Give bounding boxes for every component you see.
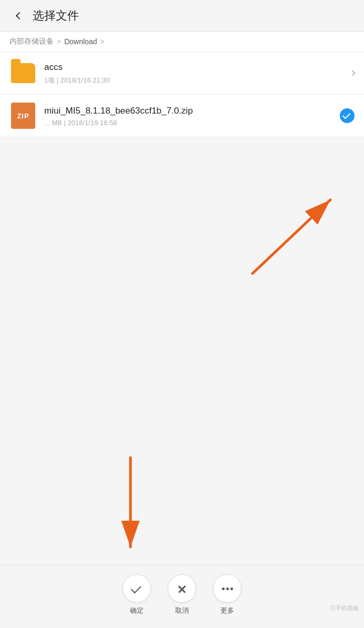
confirm-button[interactable]: 确定 (123, 574, 151, 615)
bottom-toolbar: 确定 取消 更多 (0, 565, 364, 628)
chevron-right-icon (349, 70, 355, 76)
file-meta: ... MB | 2018/1/19 16:58 (44, 119, 335, 127)
breadcrumb-root[interactable]: 内部存储设备 (9, 37, 54, 46)
list-item[interactable]: accs 1项 | 2018/1/16 21:30 (0, 52, 364, 95)
header: 选择文件 (0, 0, 364, 32)
breadcrumb: 内部存储设备 > Download > (0, 32, 364, 52)
confirm-circle (123, 574, 151, 603)
zip-icon: ZIP (9, 102, 37, 129)
breadcrumb-sep1: > (57, 37, 61, 46)
cancel-icon (177, 584, 187, 593)
cancel-circle (168, 574, 196, 603)
file-list: accs 1项 | 2018/1/16 21:30 ZIP miui_MI5_8… (0, 52, 364, 137)
breadcrumb-current[interactable]: Download (64, 37, 97, 46)
bottom-actions: 确定 取消 更多 (123, 574, 241, 615)
breadcrumb-trailing-arrow: > (100, 37, 104, 46)
svg-line-2 (252, 200, 330, 274)
cancel-label: 取消 (175, 606, 189, 615)
selected-badge (340, 108, 355, 123)
confirm-icon (130, 582, 141, 593)
file-info: miui_MI5_8.1.18_bee63ccf1b_7.0.zip ... M… (44, 105, 335, 127)
more-button[interactable]: 更多 (213, 574, 241, 615)
folder-icon (9, 59, 37, 87)
list-item[interactable]: ZIP miui_MI5_8.1.18_bee63ccf1b_7.0.zip .… (0, 95, 364, 137)
file-name: miui_MI5_8.1.18_bee63ccf1b_7.0.zip (44, 105, 335, 117)
file-meta: 1项 | 2018/1/16 21:30 (44, 76, 346, 85)
cancel-button[interactable]: 取消 (168, 574, 196, 615)
back-button[interactable] (8, 6, 27, 25)
check-icon (342, 111, 351, 119)
confirm-label: 确定 (130, 606, 144, 615)
back-icon (16, 12, 23, 19)
more-label: 更多 (220, 606, 234, 615)
watermark: ①手机指南 (330, 604, 359, 612)
more-circle (213, 574, 241, 603)
page-title: 选择文件 (33, 8, 79, 24)
more-icon (222, 588, 233, 590)
file-info: accs 1项 | 2018/1/16 21:30 (44, 61, 346, 85)
zip-label: ZIP (11, 103, 35, 129)
file-name: accs (44, 61, 346, 74)
